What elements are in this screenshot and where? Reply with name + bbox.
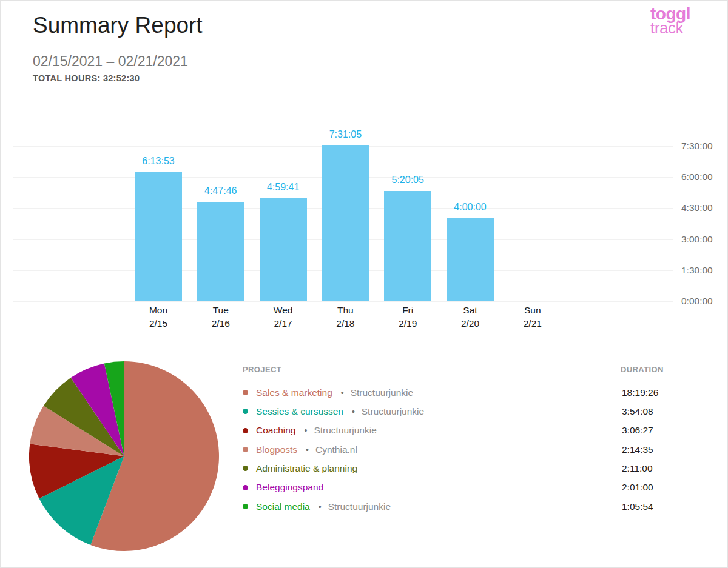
total-hours-label: TOTAL HOURS:	[33, 73, 101, 83]
x-axis-date-label: 2/20	[439, 317, 502, 330]
project-name: Administratie & planning	[256, 463, 357, 474]
x-axis-label-thu: Thu2/18	[314, 304, 377, 330]
project-row-coaching: Coaching•Structuurjunkie3:06:27	[243, 421, 675, 440]
project-color-dot	[243, 447, 248, 452]
x-axis-day-label: Sun	[501, 304, 564, 317]
project-color-dot	[243, 466, 248, 471]
client-name: Structuurjunkie	[362, 406, 424, 417]
client-name: Structuurjunkie	[314, 425, 376, 436]
project-duration: 18:19:26	[622, 387, 658, 398]
x-axis-day-label: Fri	[376, 304, 439, 317]
y-axis-tick-label: 4:30:00	[681, 202, 728, 213]
x-axis-day-label: Mon	[127, 304, 190, 317]
client-bullet-icon: •	[306, 445, 309, 455]
project-duration: 2:01:00	[622, 482, 653, 493]
project-color-dot	[243, 504, 248, 509]
date-range: 02/15/2021 – 02/21/2021	[33, 53, 188, 70]
project-duration: 1:05:54	[622, 501, 653, 512]
x-axis-day-label: Thu	[314, 304, 377, 317]
x-axis-date-label: 2/19	[376, 317, 439, 330]
bar-value-label-fri: 5:20:05	[371, 175, 444, 185]
project-name: Beleggingspand	[256, 482, 323, 493]
x-axis-label-sun: Sun2/21	[501, 304, 564, 330]
project-row-sales-marketing: Sales & marketing•Structuurjunkie18:19:2…	[243, 383, 675, 402]
project-color-dot	[243, 409, 248, 414]
duration-column-header: DURATION	[621, 365, 664, 374]
bar-fri[interactable]	[384, 191, 431, 301]
client-bullet-icon: •	[318, 502, 322, 512]
bar-value-label-thu: 7:31:05	[309, 129, 382, 140]
summary-report-page: Summary Report toggl track 02/15/2021 – …	[0, 0, 728, 568]
y-axis-tick-label: 1:30:00	[681, 265, 728, 276]
project-name: Social media	[256, 501, 310, 512]
y-axis-tick-label: 0:00:00	[681, 296, 728, 307]
bar-thu[interactable]	[322, 145, 369, 301]
project-row-blogposts: Blogposts•Cynthia.nl2:14:35	[243, 440, 675, 459]
bar-tue[interactable]	[197, 202, 244, 301]
x-axis-day-label: Wed	[252, 304, 315, 317]
project-name: Sessies & cursussen	[256, 406, 343, 417]
x-axis-label-mon: Mon2/15	[127, 304, 190, 330]
bar-value-label-sat: 4:00:00	[434, 202, 507, 213]
project-row-beleggingspand: Beleggingspand2:01:00	[243, 478, 675, 497]
x-axis-label-wed: Wed2/17	[252, 304, 315, 330]
project-duration: 2:11:00	[622, 463, 653, 474]
project-color-dot	[243, 390, 248, 395]
x-axis-label-sat: Sat2/20	[439, 304, 502, 330]
toggl-track-logo[interactable]: toggl track	[650, 5, 690, 35]
client-name: Cynthia.nl	[315, 444, 357, 455]
y-axis-tick-label: 6:00:00	[681, 172, 728, 182]
x-axis-date-label: 2/15	[127, 317, 190, 330]
project-row-sessies-cursussen: Sessies & cursussen•Structuurjunkie3:54:…	[243, 402, 675, 421]
bar-value-label-mon: 6:13:53	[122, 156, 195, 167]
bar-mon[interactable]	[135, 172, 182, 301]
x-axis-date-label: 2/17	[252, 317, 315, 330]
client-bullet-icon: •	[352, 407, 355, 416]
gridline	[13, 301, 673, 302]
project-row-social-media: Social media•Structuurjunkie1:05:54	[243, 497, 675, 516]
project-name: Blogposts	[256, 444, 297, 455]
y-axis-tick-label: 3:00:00	[681, 234, 728, 245]
client-bullet-icon: •	[341, 388, 344, 398]
bar-value-label-wed: 4:59:41	[247, 182, 320, 193]
x-axis-label-tue: Tue2/16	[189, 304, 252, 330]
project-column-header: PROJECT	[243, 365, 281, 374]
client-bullet-icon: •	[305, 426, 308, 435]
x-axis-day-label: Tue	[189, 304, 252, 317]
project-duration: 3:06:27	[622, 425, 653, 436]
total-hours: TOTAL HOURS: 32:52:30	[33, 73, 140, 83]
bar-wed[interactable]	[260, 198, 307, 301]
project-name: Sales & marketing	[256, 387, 332, 398]
project-duration: 3:54:08	[622, 406, 653, 417]
y-axis-tick-label: 7:30:00	[681, 141, 728, 152]
total-hours-value: 32:52:30	[103, 73, 140, 83]
x-axis-date-label: 2/16	[189, 317, 252, 330]
x-axis-date-label: 2/18	[314, 317, 377, 330]
project-color-dot	[243, 485, 248, 490]
project-duration: 2:14:35	[622, 444, 653, 455]
bar-sat[interactable]	[447, 218, 494, 301]
project-name: Coaching	[256, 425, 296, 436]
x-axis-label-fri: Fri2/19	[376, 304, 439, 330]
project-color-dot	[243, 428, 248, 433]
client-name: Structuurjunkie	[351, 387, 413, 398]
project-row-administratie-planning: Administratie & planning2:11:00	[243, 459, 675, 478]
x-axis-day-label: Sat	[439, 304, 502, 317]
client-name: Structuurjunkie	[328, 501, 391, 512]
x-axis-date-label: 2/21	[501, 317, 564, 330]
page-title: Summary Report	[33, 13, 203, 38]
project-distribution-pie-chart	[29, 361, 219, 551]
